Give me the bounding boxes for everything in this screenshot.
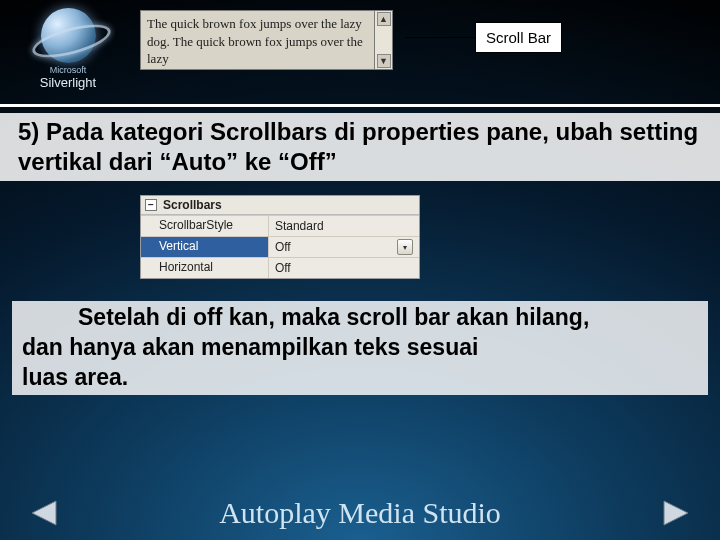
sample-vertical-scrollbar[interactable]: ▲ ▼ xyxy=(375,10,393,70)
property-value-text: Off xyxy=(275,261,291,275)
next-slide-button[interactable] xyxy=(660,498,694,528)
result-paragraph: Setelah di off kan, maka scroll bar akan… xyxy=(12,301,708,395)
property-value[interactable]: Off xyxy=(269,258,419,278)
silverlight-orb-icon xyxy=(41,8,96,63)
arrow-left-icon xyxy=(26,498,60,528)
silverlight-logo: Microsoft Silverlight xyxy=(8,4,128,94)
dropdown-button[interactable]: ▾ xyxy=(397,239,413,255)
result-line-2: dan hanya akan menampilkan teks sesuai xyxy=(22,334,478,360)
prev-slide-button[interactable] xyxy=(26,498,60,528)
sample-textbox-with-scrollbar: The quick brown fox jumps over the lazy … xyxy=(140,4,393,70)
collapse-icon[interactable]: − xyxy=(145,199,157,211)
scroll-down-icon[interactable]: ▼ xyxy=(377,54,391,68)
arrow-right-icon xyxy=(660,498,694,528)
instruction-step-5: 5) Pada kategori Scrollbars di propertie… xyxy=(0,113,720,181)
svg-marker-1 xyxy=(664,501,688,525)
top-row: Microsoft Silverlight The quick brown fo… xyxy=(0,0,720,94)
result-line-3: luas area. xyxy=(22,364,128,390)
properties-category-header[interactable]: − Scrollbars xyxy=(141,196,419,215)
callout-label: Scroll Bar xyxy=(475,22,562,53)
property-row-horizontal[interactable]: Horizontal Off xyxy=(141,257,419,278)
property-key: ScrollbarStyle xyxy=(141,216,269,236)
property-key: Vertical xyxy=(141,237,269,257)
property-value[interactable]: Standard xyxy=(269,216,419,236)
callout-leader-line xyxy=(405,37,475,38)
scrollbar-callout: Scroll Bar xyxy=(405,22,562,53)
logo-brand-small: Microsoft xyxy=(50,65,87,75)
section-divider xyxy=(0,104,720,107)
scroll-up-icon[interactable]: ▲ xyxy=(377,12,391,26)
properties-category-title: Scrollbars xyxy=(163,198,222,212)
property-row-scrollbarstyle[interactable]: ScrollbarStyle Standard xyxy=(141,215,419,236)
property-key: Horizontal xyxy=(141,258,269,278)
sample-textbox: The quick brown fox jumps over the lazy … xyxy=(140,10,375,70)
properties-pane-scrollbars: − Scrollbars ScrollbarStyle Standard Ver… xyxy=(140,195,420,279)
property-row-vertical[interactable]: Vertical Off ▾ xyxy=(141,236,419,257)
chevron-down-icon: ▾ xyxy=(403,243,407,252)
result-line-1: Setelah di off kan, maka scroll bar akan… xyxy=(78,304,589,330)
property-value-text: Off xyxy=(275,240,291,254)
property-value-text: Standard xyxy=(275,219,324,233)
footer-title: Autoplay Media Studio xyxy=(60,496,660,530)
slide-footer: Autoplay Media Studio xyxy=(0,496,720,530)
property-value[interactable]: Off ▾ xyxy=(269,237,419,257)
logo-brand: Silverlight xyxy=(40,75,96,90)
svg-marker-0 xyxy=(32,501,56,525)
